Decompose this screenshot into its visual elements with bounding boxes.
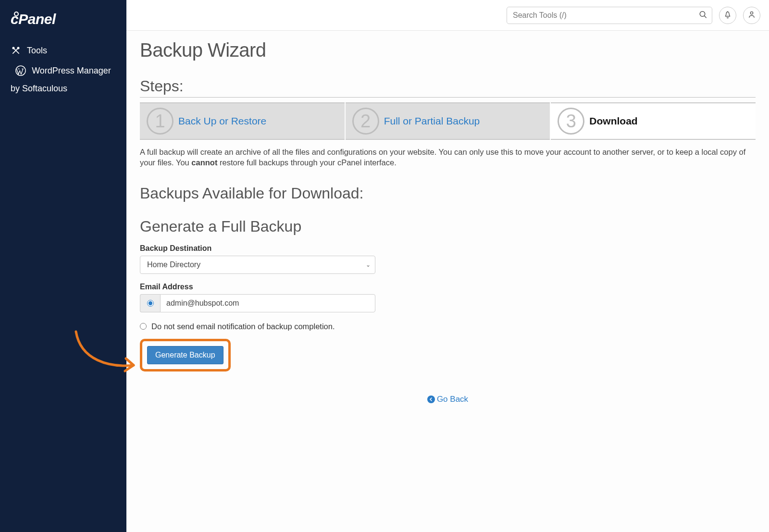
description: A full backup will create an archive of … bbox=[140, 147, 756, 168]
sidebar-item-tools[interactable]: Tools bbox=[0, 40, 126, 61]
topbar bbox=[126, 0, 769, 31]
step-full-or-partial[interactable]: 2 Full or Partial Backup bbox=[346, 102, 550, 140]
sidebar: cPanel Tools Wo bbox=[0, 0, 126, 532]
page-title: Backup Wizard bbox=[140, 39, 756, 61]
step-backup-or-restore[interactable]: 1 Back Up or Restore bbox=[140, 102, 345, 140]
step-number: 3 bbox=[558, 108, 584, 135]
content: Backup Wizard Steps: 1 Back Up or Restor… bbox=[126, 31, 769, 532]
arrow-left-circle-icon bbox=[427, 396, 435, 403]
go-back-label: Go Back bbox=[437, 395, 468, 404]
svg-point-5 bbox=[700, 11, 705, 16]
destination-label: Backup Destination bbox=[140, 244, 756, 253]
steps-heading: Steps: bbox=[140, 77, 756, 98]
step-label: Download bbox=[589, 115, 637, 127]
annotation-highlight: Generate Backup bbox=[140, 339, 231, 371]
go-back-row: Go Back bbox=[140, 395, 756, 404]
sidebar-item-subtext: by Softaculous bbox=[0, 81, 126, 94]
account-button[interactable] bbox=[743, 7, 760, 24]
wordpress-icon bbox=[15, 65, 26, 76]
sidebar-item-label: Tools bbox=[27, 46, 47, 56]
search-icon[interactable] bbox=[699, 10, 707, 20]
email-input[interactable] bbox=[160, 294, 375, 312]
description-bold: cannot bbox=[191, 158, 217, 167]
email-row bbox=[140, 294, 375, 312]
tools-icon bbox=[11, 45, 21, 56]
go-back-link[interactable]: Go Back bbox=[427, 395, 468, 404]
destination-select-wrap: Home Directory ⌄ bbox=[140, 256, 375, 274]
step-number: 2 bbox=[352, 108, 379, 135]
steps: 1 Back Up or Restore 2 Full or Partial B… bbox=[140, 102, 756, 140]
svg-text:cPanel: cPanel bbox=[11, 11, 56, 27]
search-wrap bbox=[507, 7, 712, 24]
sidebar-item-wordpress-manager[interactable]: WordPress Manager bbox=[0, 61, 126, 81]
generate-backup-button[interactable]: Generate Backup bbox=[147, 346, 223, 364]
no-email-row[interactable]: Do not send email notification of backup… bbox=[140, 322, 756, 331]
sidebar-item-label: WordPress Manager bbox=[32, 66, 111, 76]
bell-icon bbox=[723, 10, 732, 20]
step-label: Full or Partial Backup bbox=[384, 115, 480, 127]
description-text: restore full backups through your cPanel… bbox=[217, 158, 396, 167]
brand-logo: cPanel bbox=[0, 0, 126, 40]
svg-point-6 bbox=[750, 12, 753, 14]
email-label: Email Address bbox=[140, 283, 756, 291]
main: Backup Wizard Steps: 1 Back Up or Restor… bbox=[126, 0, 769, 532]
email-notify-radio[interactable] bbox=[147, 300, 154, 307]
email-radio-box[interactable] bbox=[140, 294, 160, 312]
sidebar-nav: Tools WordPress Manager by Softaculous bbox=[0, 40, 126, 94]
step-number: 1 bbox=[147, 108, 174, 135]
available-heading: Backups Available for Download: bbox=[140, 185, 756, 204]
no-email-radio[interactable] bbox=[140, 323, 147, 330]
svg-point-3 bbox=[17, 47, 19, 49]
notifications-button[interactable] bbox=[719, 7, 736, 24]
generate-heading: Generate a Full Backup bbox=[140, 218, 756, 235]
search-input[interactable] bbox=[507, 7, 712, 24]
svg-point-2 bbox=[12, 47, 14, 49]
no-email-label: Do not send email notification of backup… bbox=[151, 322, 335, 331]
destination-select[interactable]: Home Directory bbox=[140, 256, 375, 274]
step-label: Back Up or Restore bbox=[178, 115, 266, 127]
user-icon bbox=[747, 10, 756, 20]
step-download: 3 Download bbox=[551, 102, 756, 140]
